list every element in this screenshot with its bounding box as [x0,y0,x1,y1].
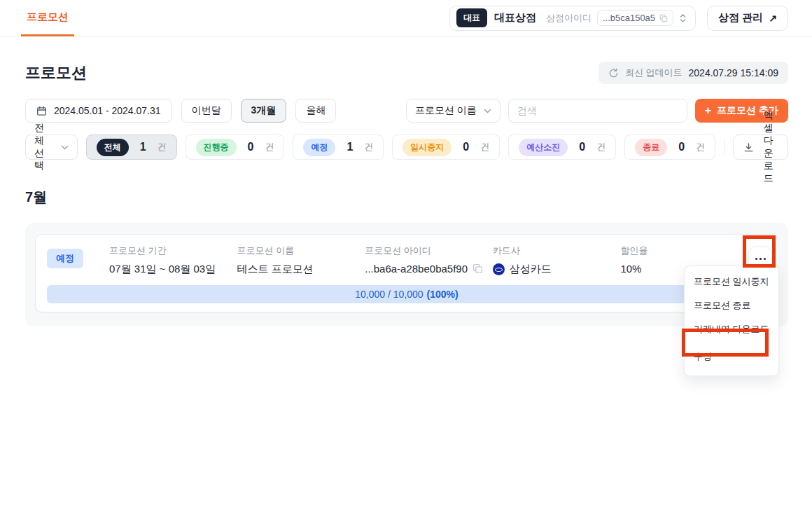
field-promotion-id: 프로모션 아이디 ...ba6a-a28be0ba5f90 [365,244,493,275]
field-name: 프로모션 이름 테스트 프로모션 [237,244,365,276]
more-actions-menu: 프로모션 일시중지 프로모션 종료 거래내역 다운로드 수정 [684,266,779,376]
search-group: 프로모션 이름 + 프로모션 추가 [406,99,788,123]
field-discount-rate-label: 할인율 [620,244,748,257]
budget-progress-percent: (100%) [427,289,458,300]
chevron-updown-icon[interactable] [679,13,687,24]
search-input[interactable] [508,99,687,123]
status-chip-budget-exhausted[interactable]: 예산소진 0 건 [508,135,616,160]
status-filter-row: 전체선택 전체 1 건 진행중 0 건 예정 1 건 일시중지 0 건 [25,135,788,160]
excel-download-label: 엑셀 다운로드 [760,109,778,185]
status-count-all: 1 [140,141,146,153]
quick-range-this-year[interactable]: 올해 [295,99,336,123]
status-unit-ended: 건 [696,141,705,153]
field-period-label: 프로모션 기간 [109,244,237,257]
status-pill-ended: 종료 [635,139,667,156]
status-unit-active: 건 [265,141,274,153]
status-pill-budget-exhausted: 예산소진 [519,139,568,156]
title-row: 프로모션 최신 업데이트 2024.07.29 15:14:09 [25,62,788,84]
quick-range-this-month[interactable]: 이번달 [181,99,232,123]
menu-item-edit[interactable]: 수정 [685,341,778,372]
external-link-icon: ↗ [769,13,777,24]
status-chip-all[interactable]: 전체 1 건 [86,135,177,160]
status-badge: 예정 [47,249,83,268]
field-card-company-value: 삼성카드 [510,263,552,276]
manage-store-label: 상점 관리 [718,11,763,25]
month-section-title: 7월 [25,188,788,207]
tab-promotion-label: 프로모션 [27,11,69,24]
status-unit-scheduled: 건 [364,141,373,153]
last-update-value: 2024.07.29 15:14:09 [689,67,778,78]
status-unit-paused: 건 [480,141,489,153]
promotion-card: 예정 프로모션 기간 07월 31일 ~ 08월 03일 프로모션 이름 테스트… [35,234,778,312]
status-count-paused: 0 [463,141,469,153]
store-id-label: 상점아이디 [546,12,592,25]
field-card-company-value-wrap: 삼성카드 [493,263,621,276]
field-name-label: 프로모션 이름 [237,244,365,257]
chevron-down-icon [61,145,69,150]
store-id-value-box[interactable]: ...b5ca150a5 [597,10,673,26]
tab-promotion[interactable]: 프로모션 [21,0,74,36]
menu-item-download-transactions[interactable]: 거래내역 다운로드 [685,317,778,341]
store-id-value: ...b5ca150a5 [603,13,655,23]
status-count-ended: 0 [678,141,685,153]
search-category-select[interactable]: 프로모션 이름 [406,99,500,123]
menu-item-pause-promotion[interactable]: 프로모션 일시중지 [685,270,778,294]
last-update-box: 최신 업데이트 2024.07.29 15:14:09 [598,62,788,84]
refresh-icon[interactable] [608,68,619,78]
store-id-group: 상점아이디 ...b5ca150a5 [546,10,687,26]
field-name-value: 테스트 프로모션 [237,263,365,276]
field-period: 프로모션 기간 07월 31일 ~ 08월 03일 [109,244,237,276]
field-promotion-id-value-wrap: ...ba6a-a28be0ba5f90 [365,263,493,275]
status-pill-scheduled: 예정 [303,139,335,156]
quick-range-this-month-label: 이번달 [192,104,221,117]
search-category-value: 프로모션 이름 [415,104,477,117]
calendar-icon [36,106,47,116]
ellipsis-icon [755,258,757,260]
status-pill-all: 전체 [97,139,129,156]
status-count-active: 0 [248,141,254,153]
last-update-label: 최신 업데이트 [625,67,682,79]
status-chip-scheduled[interactable]: 예정 1 건 [293,135,384,160]
top-header: 프로모션 대표 대표상점 상점아이디 ...b5ca150a5 [0,0,812,36]
date-range-picker[interactable]: 2024.05.01 - 2024.07.31 [25,99,172,123]
select-all-dropdown[interactable]: 전체선택 [25,135,78,160]
status-chip-ended[interactable]: 종료 0 건 [624,135,715,160]
quick-range-3-months[interactable]: 3개월 [241,99,287,123]
field-card-company-label: 카드사 [493,244,621,257]
manage-store-button[interactable]: 상점 관리 ↗ [707,6,788,31]
header-right-group: 대표 대표상점 상점아이디 ...b5ca150a5 [449,6,788,31]
quick-range-3-months-label: 3개월 [251,104,276,117]
excel-download-button[interactable]: 엑셀 다운로드 [733,135,788,160]
date-range-value: 2024.05.01 - 2024.07.31 [54,105,161,116]
field-promotion-id-label: 프로모션 아이디 [365,244,493,257]
status-count-scheduled: 1 [346,141,353,153]
promotion-card-row: 예정 프로모션 기간 07월 31일 ~ 08월 03일 프로모션 이름 테스트… [47,244,772,276]
page-title: 프로모션 [25,62,87,83]
status-pill-paused: 일시중지 [402,139,451,156]
quick-range-this-year-label: 올해 [306,104,326,117]
copy-icon[interactable] [659,14,668,22]
copy-icon[interactable] [472,263,483,274]
budget-progress-bar: 10,000 / 10,000 (100%) [47,285,766,303]
field-promotion-id-value: ...ba6a-a28be0ba5f90 [365,263,468,275]
status-unit-budget-exhausted: 건 [596,141,606,153]
menu-item-end-promotion[interactable]: 프로모션 종료 [685,294,778,317]
download-icon [743,142,754,153]
status-pill-active: 진행중 [196,139,237,156]
select-all-value: 전체선택 [34,122,54,172]
chevron-down-icon [484,109,491,113]
store-badge: 대표 [456,8,487,27]
budget-progress-value: 10,000 / 10,000 [355,289,423,300]
status-unit-all: 건 [158,141,167,153]
status-chip-active[interactable]: 진행중 0 건 [186,135,285,160]
promotion-group-container: 예정 프로모션 기간 07월 31일 ~ 08월 03일 프로모션 이름 테스트… [25,223,788,326]
store-selector[interactable]: 대표 대표상점 상점아이디 ...b5ca150a5 [449,6,696,31]
store-name: 대표상점 [494,11,536,25]
date-filter-group: 2024.05.01 - 2024.07.31 이번달 3개월 올해 [25,99,336,123]
status-chip-paused[interactable]: 일시중지 0 건 [392,135,500,160]
filter-row: 2024.05.01 - 2024.07.31 이번달 3개월 올해 프로모션 … [25,99,788,123]
plus-icon: + [705,104,711,117]
status-count-budget-exhausted: 0 [579,141,585,153]
samsung-card-logo-icon [493,263,505,275]
field-period-value: 07월 31일 ~ 08월 03일 [109,263,237,276]
